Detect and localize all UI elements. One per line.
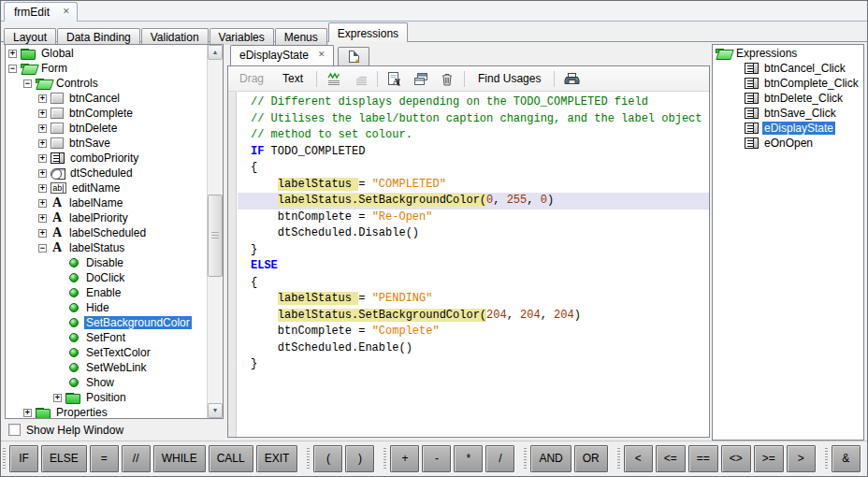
tree-item-controls[interactable]: −Controls xyxy=(6,76,207,91)
collapse-icon[interactable]: − xyxy=(8,65,17,73)
drag-mode-button[interactable]: Drag xyxy=(234,70,269,87)
code-token-kw: IF xyxy=(251,145,264,158)
keyword-button-call[interactable]: CALL xyxy=(209,445,253,472)
keyword-button-lt[interactable]: < xyxy=(624,445,653,472)
tab-data-binding[interactable]: Data Binding xyxy=(57,28,140,45)
expand-icon[interactable]: + xyxy=(38,124,47,133)
tab-variables[interactable]: Variables xyxy=(210,28,274,45)
expand-icon[interactable]: + xyxy=(38,154,47,163)
expand-icon[interactable]: + xyxy=(38,184,47,193)
tab-menus[interactable]: Menus xyxy=(275,28,327,45)
keyword-button-rparen[interactable]: ) xyxy=(345,445,374,472)
expand-icon[interactable]: + xyxy=(53,394,62,402)
scroll-up-icon[interactable]: ▲ xyxy=(208,45,223,60)
tree-item-labelpriority[interactable]: +labelPriority xyxy=(6,210,207,225)
expand-icon[interactable]: + xyxy=(38,94,47,103)
tree-item-btnsave-click[interactable]: btnSave_Click xyxy=(713,106,863,121)
print-button[interactable] xyxy=(562,70,581,87)
keyword-button-exit[interactable]: EXIT xyxy=(256,445,298,472)
tree-item-btndelete[interactable]: +btnDelete xyxy=(6,121,207,136)
tree-item-btncomplete[interactable]: +btnComplete xyxy=(6,106,207,121)
scroll-down-icon[interactable]: ▼ xyxy=(208,403,223,418)
keyword-button-amp[interactable]: & xyxy=(832,445,861,472)
tree-item-eonopen[interactable]: eOnOpen xyxy=(713,136,863,151)
keyword-button-comment[interactable]: // xyxy=(122,445,151,472)
expand-icon[interactable]: + xyxy=(38,139,47,148)
tree-item-edisplaystate[interactable]: eDisplayState xyxy=(713,121,863,136)
collapse-icon[interactable]: − xyxy=(23,80,32,88)
close-icon[interactable] xyxy=(318,49,325,60)
keyword-button-plus[interactable]: + xyxy=(390,445,419,472)
keyword-button-minus[interactable]: - xyxy=(422,445,451,472)
tree-item-setfont[interactable]: SetFont xyxy=(6,330,207,345)
collapse-icon[interactable]: − xyxy=(38,244,47,253)
tab-edisplaystate[interactable]: eDisplayState xyxy=(230,45,334,65)
expand-icon[interactable]: + xyxy=(38,109,47,118)
highlight-button[interactable] xyxy=(325,70,343,87)
tree-item-btncancel-click[interactable]: btnCancel_Click xyxy=(713,61,863,76)
new-expression-tab[interactable] xyxy=(338,47,369,65)
tree-item-btnsave[interactable]: +btnSave xyxy=(6,136,207,151)
tab-validation[interactable]: Validation xyxy=(141,28,209,45)
tree-item-btndelete-click[interactable]: btnDelete_Click xyxy=(713,91,863,106)
keyword-button-gte[interactable]: >= xyxy=(754,445,784,472)
rename-expression-button[interactable]: A xyxy=(385,70,404,87)
tree-item-combopriority[interactable]: +comboPriority xyxy=(6,151,207,166)
text-mode-button[interactable]: Text xyxy=(277,70,309,87)
keyword-button-neq[interactable]: <> xyxy=(721,445,751,472)
tree-item-editname[interactable]: +editName xyxy=(6,181,207,195)
tree-item-label: Show xyxy=(84,376,116,389)
copy-expression-button[interactable] xyxy=(412,70,430,87)
tree-item-form[interactable]: −Form xyxy=(6,61,207,76)
code-editor[interactable]: // Different displays depending on the T… xyxy=(228,92,709,437)
keyword-button-div[interactable]: / xyxy=(485,445,514,472)
keyword-button-lparen[interactable]: ( xyxy=(313,445,342,472)
expand-icon[interactable]: + xyxy=(38,214,47,223)
keyword-button-eq-eq[interactable]: == xyxy=(688,445,718,472)
tree-item-labelscheduled[interactable]: +labelScheduled xyxy=(6,225,207,240)
tree-item-global[interactable]: +Global xyxy=(6,46,207,61)
tree-item-settextcolor[interactable]: SetTextColor xyxy=(6,345,207,360)
keyword-button-gt[interactable]: > xyxy=(787,445,816,472)
close-icon[interactable] xyxy=(63,6,69,17)
tree-item-position[interactable]: +Position xyxy=(6,390,207,405)
keyword-button-while[interactable]: WHILE xyxy=(153,445,206,472)
left-tree-scrollbar[interactable]: ▲ ▼ xyxy=(207,45,223,418)
tree-item-labelstatus[interactable]: −labelStatus xyxy=(6,240,207,255)
tree-item-doclick[interactable]: DoClick xyxy=(6,270,207,285)
keyword-button-mul[interactable]: * xyxy=(454,445,483,472)
tree-item-properties[interactable]: +Properties xyxy=(6,405,207,418)
keyword-button-lte[interactable]: <= xyxy=(656,445,686,472)
find-usages-button[interactable]: Find Usages xyxy=(472,70,546,87)
method-icon xyxy=(69,348,79,357)
keyword-button-if[interactable]: IF xyxy=(9,445,38,472)
tab-expressions[interactable]: Expressions xyxy=(328,22,408,42)
tree-item-labelname[interactable]: +labelName xyxy=(6,195,207,210)
expand-icon[interactable]: + xyxy=(38,229,47,238)
keyword-button-else[interactable]: ELSE xyxy=(41,445,87,472)
tree-item-disable[interactable]: Disable xyxy=(6,255,207,270)
tree-item-dtscheduled[interactable]: +dtScheduled xyxy=(6,166,207,181)
delete-expression-button[interactable] xyxy=(438,70,456,87)
tab-frmedit[interactable]: frmEdit xyxy=(4,2,78,22)
expand-icon[interactable]: + xyxy=(23,409,32,417)
keyword-button-assign[interactable]: = xyxy=(90,445,119,472)
expand-icon[interactable]: + xyxy=(8,50,17,58)
scrollbar-thumb[interactable] xyxy=(208,195,223,277)
tree-item-btncomplete-click[interactable]: btnComplete_Click xyxy=(713,76,863,91)
tree-item-setweblink[interactable]: SetWebLink xyxy=(6,360,207,375)
show-help-checkbox[interactable] xyxy=(8,424,21,436)
keyword-button-or[interactable]: OR xyxy=(574,445,608,472)
plain-text-button[interactable] xyxy=(351,70,369,87)
tree-item-btncancel[interactable]: +btnCancel xyxy=(6,91,207,106)
tree-item-setbackgroundcolor[interactable]: SetBackgroundColor xyxy=(6,315,207,330)
tree-item-hide[interactable]: Hide xyxy=(6,300,207,315)
expand-icon[interactable]: + xyxy=(38,199,47,208)
keyword-button-and[interactable]: AND xyxy=(530,445,571,472)
tree-item-expressions-root[interactable]: Expressions xyxy=(713,46,863,61)
tree-item-label: btnSave xyxy=(67,137,112,150)
tree-item-show[interactable]: Show xyxy=(6,375,207,390)
tab-layout[interactable]: Layout xyxy=(4,28,56,45)
expand-icon[interactable]: + xyxy=(38,169,47,178)
tree-item-enable[interactable]: Enable xyxy=(6,285,207,300)
